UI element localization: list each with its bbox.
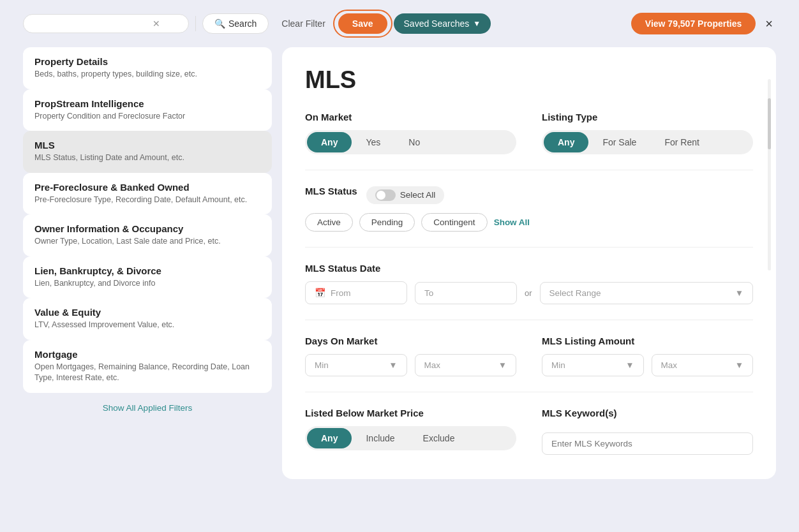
search-input-wrapper: Irvine, CA ✕ bbox=[23, 14, 189, 33]
below-market-exclude-btn[interactable]: Exclude bbox=[409, 428, 469, 448]
sidebar-item-title-lien-bankruptcy: Lien, Bankruptcy, & Divorce bbox=[34, 265, 260, 276]
listing-min-max-row: Min ▼ Max ▼ bbox=[542, 354, 753, 376]
on-market-toggle-group: AnyYesNo bbox=[305, 130, 516, 154]
below-market-include-btn[interactable]: Include bbox=[352, 428, 408, 448]
days-max-chevron-icon: ▼ bbox=[498, 360, 507, 370]
show-all-status-link[interactable]: Show All bbox=[494, 213, 530, 232]
sidebar-item-title-propstream-intelligence: PropStream Intelligence bbox=[34, 98, 260, 109]
scrollbar-thumb[interactable] bbox=[768, 98, 771, 149]
days-min-label: Min bbox=[315, 360, 329, 370]
sidebar-item-sub-lien-bankruptcy: Lien, Bankruptcy, and Divorce info bbox=[34, 278, 260, 290]
mls-keywords-label: MLS Keyword(s) bbox=[542, 408, 753, 418]
divider-4 bbox=[305, 392, 753, 392]
to-date-input[interactable]: To bbox=[415, 282, 517, 304]
listing-type-for-rent-btn[interactable]: For Rent bbox=[650, 132, 713, 152]
select-all-switch[interactable] bbox=[375, 189, 396, 201]
listing-type-any-btn[interactable]: Any bbox=[544, 132, 588, 152]
mls-status-date-label: MLS Status Date bbox=[305, 263, 753, 274]
saved-searches-button[interactable]: Saved Searches ▼ bbox=[394, 13, 491, 34]
on-market-no-btn[interactable]: No bbox=[394, 132, 434, 152]
date-row: 📅 From To or Select Range ▼ bbox=[305, 281, 753, 304]
listing-max-chevron-icon: ▼ bbox=[735, 360, 743, 370]
divider-3 bbox=[305, 320, 753, 320]
listing-min-chevron-icon: ▼ bbox=[625, 360, 634, 370]
days-min-select[interactable]: Min ▼ bbox=[305, 354, 407, 376]
search-icon: 🔍 bbox=[214, 18, 225, 29]
listing-type-label: Listing Type bbox=[542, 112, 753, 122]
listed-below-market-toggle-group: AnyIncludeExclude bbox=[305, 426, 516, 450]
select-all-toggle[interactable]: Select All bbox=[366, 186, 445, 204]
to-label: To bbox=[424, 288, 433, 298]
search-button[interactable]: 🔍 Search bbox=[202, 13, 269, 34]
sidebar-item-mls[interactable]: MLS MLS Status, Listing Date and Amount,… bbox=[23, 131, 272, 173]
mls-status-section: MLS Status Select All ActivePendingConti… bbox=[305, 186, 753, 232]
sidebar-item-propstream-intelligence[interactable]: PropStream Intelligence Property Conditi… bbox=[23, 89, 272, 131]
days-min-chevron-icon: ▼ bbox=[389, 360, 397, 370]
on-market-yes-btn[interactable]: Yes bbox=[352, 132, 394, 152]
clear-filter-button[interactable]: Clear Filter bbox=[275, 14, 331, 33]
app-container: Irvine, CA ✕ 🔍 Search Clear Filter Save … bbox=[0, 0, 799, 532]
sidebar-item-title-property-details: Property Details bbox=[34, 56, 260, 67]
save-button[interactable]: Save bbox=[338, 13, 387, 34]
sidebar-item-owner-information[interactable]: Owner Information & Occupancy Owner Type… bbox=[23, 214, 272, 256]
sidebar-item-sub-propstream-intelligence: Property Condition and Foreclosure Facto… bbox=[34, 111, 260, 122]
sidebar-item-pre-foreclosure[interactable]: Pre-Foreclosure & Banked Owned Pre-Forec… bbox=[23, 173, 272, 215]
mls-status-header: MLS Status Select All bbox=[305, 186, 753, 204]
sidebar-item-property-details[interactable]: Property Details Beds, baths, property t… bbox=[23, 47, 272, 89]
status-chip-active[interactable]: Active bbox=[305, 213, 353, 232]
close-button[interactable]: × bbox=[762, 13, 776, 34]
sidebar-item-sub-owner-information: Owner Type, Location, Last Sale date and… bbox=[34, 236, 260, 248]
sidebar-item-sub-property-details: Beds, baths, property types, building si… bbox=[34, 69, 260, 80]
status-chip-pending[interactable]: Pending bbox=[359, 213, 415, 232]
sidebar-item-lien-bankruptcy[interactable]: Lien, Bankruptcy, & Divorce Lien, Bankru… bbox=[23, 256, 272, 299]
clear-input-icon[interactable]: ✕ bbox=[153, 18, 160, 29]
range-chevron-icon: ▼ bbox=[735, 288, 743, 298]
mls-keywords-group: MLS Keyword(s) bbox=[542, 408, 753, 455]
listing-type-toggle-group: AnyFor SaleFor Rent bbox=[542, 130, 753, 154]
sidebar-items-container: Property Details Beds, baths, property t… bbox=[23, 47, 272, 393]
mls-listing-amount-group: MLS Listing Amount Min ▼ Max ▼ bbox=[542, 336, 753, 376]
status-chips: ActivePendingContingentShow All bbox=[305, 213, 753, 232]
right-panel: MLS On Market AnyYesNo Listing Type AnyF… bbox=[282, 47, 776, 479]
scrollbar-track[interactable] bbox=[768, 79, 771, 270]
sidebar-item-title-owner-information: Owner Information & Occupancy bbox=[34, 223, 260, 234]
listing-type-for-sale-btn[interactable]: For Sale bbox=[588, 132, 650, 152]
sidebar-item-title-mls: MLS bbox=[34, 140, 260, 151]
days-on-market-group: Days On Market Min ▼ Max ▼ bbox=[305, 336, 516, 376]
from-label: From bbox=[331, 288, 351, 298]
select-range-label: Select Range bbox=[549, 288, 601, 298]
days-listing-row: Days On Market Min ▼ Max ▼ MLS Listing A… bbox=[305, 336, 753, 376]
mls-keywords-input[interactable] bbox=[542, 432, 753, 455]
view-properties-button[interactable]: View 79,507 Properties bbox=[631, 13, 756, 34]
on-market-group: On Market AnyYesNo bbox=[305, 112, 516, 154]
from-date-input[interactable]: 📅 From bbox=[305, 281, 407, 304]
sidebar-item-sub-mls: MLS Status, Listing Date and Amount, etc… bbox=[34, 152, 260, 164]
top-bar: Irvine, CA ✕ 🔍 Search Clear Filter Save … bbox=[23, 13, 776, 34]
or-label: or bbox=[525, 288, 532, 298]
divider bbox=[195, 16, 196, 31]
listing-min-select[interactable]: Min ▼ bbox=[542, 354, 644, 376]
mls-status-date-section: MLS Status Date 📅 From To or Select Rang… bbox=[305, 263, 753, 304]
sidebar-item-title-mortgage: Mortgage bbox=[34, 349, 260, 360]
days-max-select[interactable]: Max ▼ bbox=[415, 354, 517, 376]
range-select[interactable]: Select Range ▼ bbox=[540, 282, 753, 304]
listed-below-market-label: Listed Below Market Price bbox=[305, 408, 516, 418]
days-min-max-row: Min ▼ Max ▼ bbox=[305, 354, 516, 376]
listing-type-group: Listing Type AnyFor SaleFor Rent bbox=[542, 112, 753, 154]
divider-1 bbox=[305, 170, 753, 170]
on-market-any-btn[interactable]: Any bbox=[307, 132, 352, 152]
sidebar-item-value-equity[interactable]: Value & Equity LTV, Assessed Improvement… bbox=[23, 298, 272, 340]
sidebar-item-title-pre-foreclosure: Pre-Foreclosure & Banked Owned bbox=[34, 182, 260, 193]
select-all-label: Select All bbox=[400, 190, 436, 200]
listed-below-market-group: Listed Below Market Price AnyIncludeExcl… bbox=[305, 408, 516, 455]
listing-max-select[interactable]: Max ▼ bbox=[652, 354, 754, 376]
calendar-icon: 📅 bbox=[315, 288, 325, 298]
panel-title: MLS bbox=[305, 66, 753, 94]
location-input[interactable]: Irvine, CA bbox=[33, 18, 147, 29]
sidebar-item-sub-pre-foreclosure: Pre-Foreclosure Type, Recording Date, De… bbox=[34, 195, 260, 206]
sidebar-item-mortgage[interactable]: Mortgage Open Mortgages, Remaining Balan… bbox=[23, 340, 272, 393]
on-market-label: On Market bbox=[305, 112, 516, 122]
show-all-filters-link[interactable]: Show All Applied Filters bbox=[23, 395, 272, 420]
status-chip-contingent[interactable]: Contingent bbox=[421, 213, 487, 232]
below-market-any-btn[interactable]: Any bbox=[307, 428, 352, 448]
